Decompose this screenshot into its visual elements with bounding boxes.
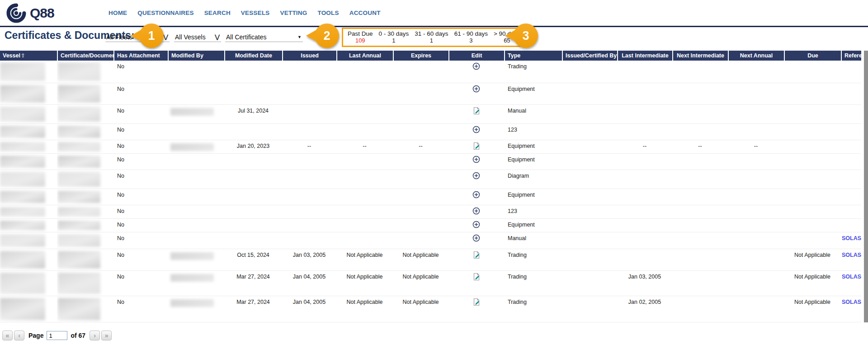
edit-certificate-button[interactable] — [472, 107, 481, 115]
q88-logo[interactable]: Q88 — [6, 3, 54, 23]
cell-expires — [393, 170, 448, 189]
reference-link-solas[interactable]: SOLAS — [842, 235, 861, 241]
edit-certificate-button[interactable] — [472, 298, 481, 306]
add-circle-icon — [472, 128, 480, 135]
reference-link-solas[interactable]: SOLAS — [842, 299, 861, 305]
cell-type: Diagram — [504, 170, 562, 189]
vessel-redacted-text — [0, 191, 45, 203]
col-header-modified_by: Modified By — [168, 51, 224, 61]
cell-next_intermediate — [672, 271, 728, 296]
add-certificate-button[interactable] — [472, 62, 480, 70]
cell-issued_certified_by — [562, 232, 617, 249]
cell-modified_by — [168, 232, 224, 249]
certificate-redacted-text — [58, 298, 100, 320]
cell-type: Manual — [504, 232, 562, 249]
cell-modified_by — [168, 140, 224, 154]
add-certificate-button[interactable] — [472, 126, 480, 133]
col-header-vessel[interactable]: Vessel⇧ — [0, 51, 57, 61]
sort-ascending-icon: ⇧ — [21, 52, 25, 59]
cell-due: Not Applicable — [784, 271, 841, 296]
cell-next_annual — [728, 170, 784, 189]
cell-edit — [448, 249, 504, 271]
cell-due — [784, 140, 841, 154]
cell-type: Trading — [504, 61, 562, 83]
edit-certificate-button[interactable] — [472, 251, 481, 259]
cell-type: Equipment — [504, 154, 562, 170]
modified-by-redacted-text — [170, 108, 214, 116]
cell-next_annual — [728, 296, 784, 322]
cell-next_intermediate — [672, 205, 728, 219]
add-certificate-button[interactable] — [472, 221, 480, 228]
add-certificate-button[interactable] — [472, 156, 480, 163]
cell-certificate — [57, 219, 113, 232]
cell-issued — [282, 83, 336, 105]
cell-modified_by — [168, 205, 224, 219]
cell-vessel — [0, 189, 57, 205]
nav-item-account[interactable]: ACCOUNT — [349, 9, 381, 16]
cell-has_attachment: No — [113, 271, 168, 296]
cell-has_attachment: No — [113, 189, 168, 205]
cell-issued_certified_by — [562, 154, 617, 170]
cell-modified_date — [224, 232, 282, 249]
cell-last_annual — [336, 189, 393, 205]
cell-has_attachment: No — [113, 249, 168, 271]
nav-item-questionnaires[interactable]: QUESTIONNAIRES — [137, 9, 193, 16]
vessel-filter-select[interactable]: All Vessels ⋁ — [174, 33, 221, 42]
previous-page-button[interactable]: ‹ — [14, 331, 24, 340]
cell-reference: SOLAS — [841, 271, 861, 296]
cell-modified_date: Jul 31, 2024 — [224, 105, 282, 124]
col-header-has_attachment: Has Attachment — [113, 51, 168, 61]
status-value: 109 — [348, 37, 373, 44]
vertical-scrollbar[interactable] — [864, 51, 868, 322]
first-page-button[interactable]: « — [2, 331, 13, 340]
nav-item-vessels[interactable]: VESSELS — [241, 9, 270, 16]
edit-document-icon — [472, 145, 481, 151]
add-certificate-button[interactable] — [472, 234, 480, 242]
cell-issued_certified_by — [562, 249, 617, 271]
cell-type: Equipment — [504, 83, 562, 105]
col-header-issued_certified_by: Issued/Certified By — [562, 51, 617, 61]
cell-next_intermediate — [672, 124, 728, 140]
reference-link-solas[interactable]: SOLAS — [842, 274, 861, 280]
nav-item-search[interactable]: SEARCH — [204, 9, 231, 16]
cell-next_annual — [728, 271, 784, 296]
vessel-redacted-text — [0, 234, 45, 247]
add-certificate-button[interactable] — [472, 207, 480, 215]
edit-certificate-button[interactable] — [472, 273, 481, 281]
cell-certificate — [57, 61, 113, 83]
cell-certificate — [57, 140, 113, 154]
cell-certificate — [57, 189, 113, 205]
cell-expires — [393, 154, 448, 170]
nav-item-tools[interactable]: TOOLS — [317, 9, 339, 16]
cell-issued — [282, 205, 336, 219]
cell-due — [784, 205, 841, 219]
page-number-input[interactable] — [47, 331, 67, 340]
annotation-callout-3: 3 — [514, 24, 538, 48]
next-page-button[interactable]: › — [90, 331, 100, 340]
add-certificate-button[interactable] — [472, 85, 480, 93]
add-certificate-button[interactable] — [472, 191, 480, 198]
col-header-last_intermediate: Last Intermediate — [617, 51, 672, 61]
nav-item-vetting[interactable]: VETTING — [280, 9, 307, 16]
cell-reference: SOLAS — [841, 232, 861, 249]
cell-modified_date — [224, 83, 282, 105]
status-61-90-days: 61 - 90 days3 — [454, 30, 488, 44]
cell-vessel — [0, 140, 57, 154]
col-header-certificate[interactable]: Certificate/Document⇧ — [57, 51, 113, 61]
add-certificate-button[interactable] — [472, 172, 480, 180]
edit-certificate-button[interactable] — [472, 142, 481, 150]
vessel-redacted-text — [0, 142, 45, 151]
certificate-filter-select[interactable]: All Certificates ▼ — [225, 33, 303, 42]
cell-issued_certified_by — [562, 83, 617, 105]
status-31-60-days: 31 - 60 days1 — [415, 30, 448, 44]
status-past-due: Past Due109 — [348, 30, 373, 44]
reference-link-solas[interactable]: SOLAS — [842, 252, 861, 258]
cell-edit — [448, 232, 504, 249]
cell-last_intermediate — [617, 205, 672, 219]
cell-modified_by — [168, 189, 224, 205]
last-page-button[interactable]: » — [101, 331, 112, 340]
cell-next_annual — [728, 189, 784, 205]
nav-item-home[interactable]: HOME — [108, 9, 127, 16]
cell-expires: Not Applicable — [393, 249, 448, 271]
status-0-30-days: 0 - 30 days1 — [379, 30, 409, 44]
